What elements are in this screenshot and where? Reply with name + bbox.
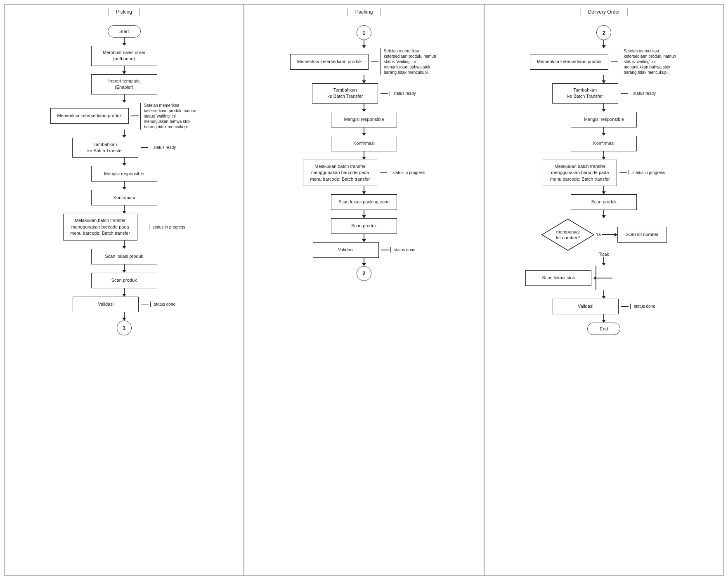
box-scan-produk-packing: Scan produk	[331, 218, 397, 234]
connector-1-packing: 1	[357, 25, 371, 40]
row-tambahkan-picking: Tambahkanke Batch Transfer status ready	[9, 138, 239, 158]
scan-lokasi-row: Scan lokasi stok	[489, 266, 719, 290]
lot-vertical-line	[596, 266, 596, 290]
box-tambahkan-packing: Tambahkanke Batch Transfer	[312, 83, 378, 104]
note-text-tambahkan-delivery: status ready	[630, 91, 656, 96]
box-import-template: Import template(Enabler)	[91, 74, 157, 94]
note-text-tambahkan-picking: status ready	[150, 145, 176, 150]
box-batch-delivery: Melakukan batch transfermenggunakan barc…	[543, 160, 617, 186]
box-scan-lot: Scan lot number	[617, 227, 667, 243]
connector-1-picking: 1	[117, 321, 132, 335]
connector-2-delivery: 2	[596, 25, 611, 40]
note-text-memeriksa-delivery: Setelah memeriksa ketersediaan produk, n…	[620, 48, 678, 75]
note-text-batch-picking: status in progress	[149, 224, 185, 230]
note-text-memeriksa-picking: Setelah memeriksa ketersediaan produk, n…	[140, 103, 198, 130]
note-validasi-delivery: status done	[621, 304, 655, 309]
ya-arrow-line	[602, 234, 615, 235]
connector-2-packing: 2	[357, 266, 371, 281]
box-validasi-packing: Validasi	[313, 242, 379, 258]
row-memeriksa-packing: Memeriksa ketersediaan produk Setelah me…	[248, 48, 479, 75]
ya-arrow-head	[615, 233, 617, 237]
note-tambahkan-packing: status ready	[381, 91, 416, 96]
column-packing: Packing 1 Memeriksa ketersediaan produk …	[244, 4, 484, 576]
note-text-batch-delivery: status in progress	[629, 170, 665, 175]
box-memeriksa-picking: Memeriksa ketersediaan produk	[50, 108, 129, 124]
note-text-validasi-delivery: status done	[630, 304, 655, 309]
box-memeriksa-packing: Memeriksa ketersediaan produk	[290, 54, 369, 70]
box-validasi-picking: Validasi	[73, 297, 139, 312]
row-validasi-delivery: Validasi status done	[489, 299, 719, 314]
note-memeriksa-delivery: Setelah memeriksa ketersediaan produk, n…	[611, 48, 678, 75]
note-text-batch-packing: status in progress	[389, 170, 425, 175]
label-tidak: Tidak	[599, 252, 609, 257]
box-tambahkan-picking: Tambahkanke Batch Transfer	[72, 138, 138, 158]
note-batch-delivery: status in progress	[619, 170, 665, 175]
row-validasi-picking: Validasi status done	[9, 297, 239, 312]
box-memeriksa-delivery: Memeriksa ketersediaan produk	[530, 54, 608, 70]
row-tambahkan-packing: Tambahkanke Batch Transfer status ready	[248, 83, 479, 104]
row-memeriksa-picking: Memeriksa ketersediaan produk Setelah me…	[9, 103, 239, 130]
column-picking: Picking Start Membuat sales order(outbou…	[4, 4, 244, 576]
lot-connector	[591, 266, 682, 290]
note-text-validasi-picking: status done	[150, 302, 175, 307]
start-oval: Start	[108, 25, 141, 38]
label-ya: Ya	[596, 232, 601, 237]
box-scan-produk-delivery: Scan produk	[571, 194, 637, 210]
ya-arrow-row: Ya Scan lot number	[595, 227, 667, 243]
column-title-picking: Picking	[108, 8, 140, 16]
tidak-section: Tidak	[599, 251, 609, 257]
note-text-validasi-packing: status done	[390, 247, 416, 252]
note-validasi-picking: status done	[141, 302, 175, 307]
note-memeriksa-picking: Setelah memeriksa ketersediaan produk, n…	[131, 103, 198, 130]
column-delivery: Delivery Order 2 Memeriksa ketersediaan …	[484, 4, 724, 576]
box-validasi-delivery: Validasi	[553, 299, 619, 314]
box-tambahkan-delivery: Tambahkanke Batch Transfer	[552, 83, 618, 104]
ya-section: Ya Scan lot number	[595, 227, 667, 243]
note-batch-picking: status in progress	[140, 224, 185, 230]
box-mengisi-delivery: Mengisi responsible	[571, 112, 637, 127]
row-memeriksa-delivery: Memeriksa ketersediaan produk Setelah me…	[489, 48, 719, 75]
column-title-delivery: Delivery Order	[580, 8, 628, 16]
box-mengisi-picking: Mengisi responsible	[91, 166, 157, 182]
row-validasi-packing: Validasi status done	[248, 242, 479, 258]
note-tambahkan-delivery: status ready	[621, 91, 656, 96]
box-konfirmasi-packing: Konfirmasi	[331, 136, 397, 151]
note-tambahkan-picking: status ready	[141, 145, 176, 150]
page: Picking Start Membuat sales order(outbou…	[0, 0, 728, 580]
column-title-packing: Packing	[347, 8, 381, 16]
note-memeriksa-packing: Setelah memeriksa ketersediaan produk, n…	[371, 48, 438, 75]
row-batch-picking: Melakukan batch transfermenggunakan barc…	[9, 214, 239, 240]
box-membuat-sales: Membuat sales order(outbound)	[91, 46, 157, 66]
box-scan-packing-zone: Scan lokasi packing zone	[331, 194, 397, 210]
flow-packing: 1 Memeriksa ketersediaan produk Setelah …	[248, 25, 479, 281]
merge-section: Scan lokasi stok	[489, 257, 719, 290]
row-batch-delivery: Melakukan batch transfermenggunakan barc…	[489, 160, 719, 186]
diamond-lot-number: mempunyailot number?	[541, 218, 595, 251]
note-batch-packing: status in progress	[380, 170, 425, 175]
diamond-row: mempunyailot number? Ya Scan lot number	[489, 218, 719, 251]
note-text-tambahkan-packing: status ready	[390, 91, 416, 96]
box-konfirmasi-delivery: Konfirmasi	[571, 136, 637, 151]
box-batch-packing: Melakukan batch transfermenggunakan barc…	[303, 160, 377, 186]
row-batch-packing: Melakukan batch transfermenggunakan barc…	[248, 160, 479, 186]
box-konfirmasi-picking: Konfirmasi	[91, 190, 157, 205]
box-scan-lokasi-stok: Scan lokasi stok	[525, 270, 591, 286]
box-mengisi-packing: Mengisi responsible	[331, 112, 397, 127]
box-batch-picking: Melakukan batch transfermenggunakan barc…	[63, 214, 137, 240]
flow-picking: Start Membuat sales order(outbound) Impo…	[9, 25, 239, 335]
box-scan-lokasi-picking: Scan lokasi produk	[91, 249, 157, 264]
end-oval: End	[587, 323, 620, 335]
box-scan-produk-picking: Scan produk	[91, 273, 157, 288]
flow-delivery: 2 Memeriksa ketersediaan produk Setelah …	[489, 25, 719, 335]
note-text-memeriksa-packing: Setelah memeriksa ketersediaan produk, n…	[380, 48, 438, 75]
row-tambahkan-delivery: Tambahkanke Batch Transfer status ready	[489, 83, 719, 104]
note-validasi-packing: status done	[381, 247, 416, 252]
